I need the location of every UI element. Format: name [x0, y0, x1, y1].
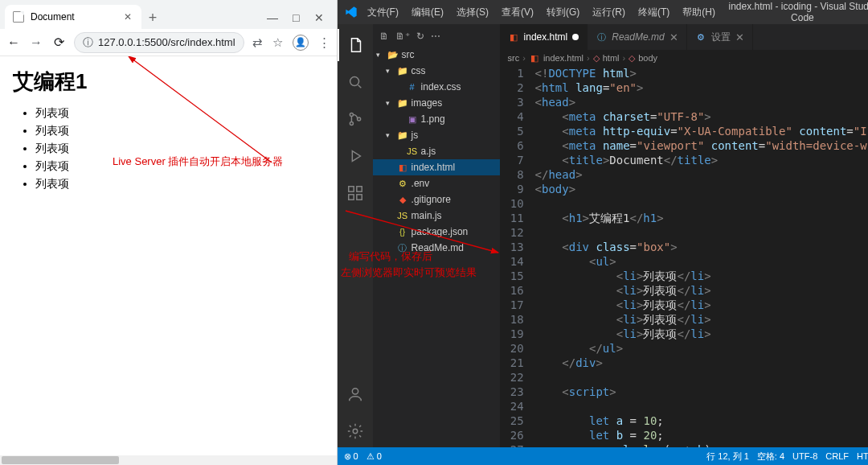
- run-debug-icon[interactable]: [338, 140, 373, 172]
- site-info-icon[interactable]: ⓘ: [83, 35, 93, 50]
- file-tree: ▾📂src▾📁css#index.css▾📁images▣1.png▾📁jsJS…: [373, 45, 500, 257]
- tree-file[interactable]: ◧index.html: [373, 159, 500, 175]
- tab-close-icon[interactable]: ✕: [122, 11, 133, 23]
- status-eol[interactable]: CRLF: [825, 451, 849, 461]
- user-icon[interactable]: 👤: [293, 35, 309, 51]
- breadcrumb-item[interactable]: index.html: [543, 53, 583, 63]
- bookmark-icon[interactable]: ☆: [272, 35, 283, 50]
- menu-terminal[interactable]: 终端(T): [633, 2, 675, 23]
- editor-area: ◧index.htmlⓘReadMe.md✕⚙设置✕ src › ◧ index…: [500, 24, 868, 447]
- list-item: 列表项: [35, 104, 324, 121]
- tree-file[interactable]: ⚙.env: [373, 175, 500, 191]
- status-errors[interactable]: ⊗ 0: [344, 451, 358, 462]
- menu-view[interactable]: 查看(V): [496, 2, 539, 23]
- back-button[interactable]: ←: [6, 35, 21, 50]
- modified-dot-icon: [572, 34, 579, 40]
- search-icon[interactable]: [338, 66, 373, 98]
- status-encoding[interactable]: UTF-8: [792, 451, 817, 461]
- address-bar[interactable]: ⓘ 127.0.0.1:5500/src/index.html: [74, 32, 244, 53]
- menu-run[interactable]: 运行(R): [587, 2, 631, 23]
- tree-file[interactable]: #index.css: [373, 79, 500, 95]
- vscode-title: index.html - icoding - Visual Studio Cod…: [724, 1, 868, 23]
- tab-close-icon[interactable]: ✕: [735, 31, 744, 43]
- tag-icon: ◇: [593, 53, 600, 64]
- menu-select[interactable]: 选择(S): [451, 2, 494, 23]
- menu-edit[interactable]: 编辑(E): [406, 2, 449, 23]
- line-gutter: 1234567891011121314151617181920212223242…: [500, 66, 535, 447]
- explorer-icon[interactable]: [338, 29, 373, 61]
- svg-point-2: [350, 113, 353, 116]
- page-list: 列表项 列表项 列表项 列表项 列表项: [13, 104, 324, 192]
- editor-tabs: ◧index.htmlⓘReadMe.md✕⚙设置✕: [500, 24, 868, 50]
- window-close-button[interactable]: ✕: [314, 11, 324, 24]
- window-max-button[interactable]: □: [293, 11, 299, 24]
- source-control-icon[interactable]: [338, 103, 373, 135]
- status-language[interactable]: HTML: [857, 451, 868, 461]
- browser-menu-icon[interactable]: ⋮: [318, 35, 330, 50]
- sidebar-explorer: 🗎 🗎⁺ ↻ ⋯ ▾📂src▾📁css#index.css▾📁images▣1.…: [373, 24, 500, 447]
- tab-title: Document: [31, 11, 75, 23]
- code-editor[interactable]: 1234567891011121314151617181920212223242…: [500, 66, 868, 447]
- svg-rect-5: [348, 187, 353, 191]
- svg-rect-8: [356, 195, 361, 200]
- tree-file[interactable]: {}package.json: [373, 224, 500, 240]
- breadcrumb[interactable]: src › ◧ index.html › ◇ html › ◇ body: [500, 50, 868, 66]
- url-text: 127.0.0.1:5500/src/index.html: [98, 36, 235, 48]
- tree-folder[interactable]: ▾📁css: [373, 63, 500, 79]
- browser-scrollbar[interactable]: [0, 455, 337, 465]
- tree-folder[interactable]: ▾📂src: [373, 47, 500, 63]
- tree-file[interactable]: ▣1.png: [373, 111, 500, 127]
- html-icon: ◧: [529, 52, 540, 64]
- menu-bar: 文件(F) 编辑(E) 选择(S) 查看(V) 转到(G) 运行(R) 终端(T…: [362, 2, 721, 23]
- tab-close-icon[interactable]: ✕: [669, 31, 678, 43]
- window-controls: — □ ✕: [267, 11, 331, 29]
- page-content: 艾编程1 列表项 列表项 列表项 列表项 列表项 Live Server 插件自…: [0, 56, 337, 455]
- tree-file[interactable]: JSmain.js: [373, 208, 500, 224]
- menu-file[interactable]: 文件(F): [362, 2, 404, 23]
- reload-button[interactable]: ⟳: [51, 35, 66, 50]
- tree-file[interactable]: ◆.gitignore: [373, 191, 500, 208]
- svg-point-10: [353, 429, 358, 434]
- sidebar-action-icon[interactable]: ↻: [416, 31, 424, 42]
- window-min-button[interactable]: —: [267, 11, 278, 24]
- sidebar-action-icon[interactable]: ⋯: [431, 31, 440, 42]
- status-indent[interactable]: 空格: 4: [757, 451, 784, 463]
- annotation-code-2: 左侧浏览器即实时可预览结果: [341, 265, 477, 280]
- editor-tab[interactable]: ⓘReadMe.md✕: [588, 24, 686, 50]
- vscode-logo-icon: [344, 5, 358, 19]
- browser-tab[interactable]: Document ✕: [5, 5, 141, 29]
- activity-bar: [338, 24, 373, 447]
- status-warnings[interactable]: ⚠ 0: [366, 451, 382, 462]
- editor-tab[interactable]: ⚙设置✕: [687, 24, 753, 50]
- breadcrumb-item[interactable]: html: [603, 53, 620, 63]
- breadcrumb-item[interactable]: body: [638, 53, 657, 63]
- svg-rect-7: [348, 195, 353, 200]
- status-bar: ⊗ 0 ⚠ 0 行 12, 列 1 空格: 4 UTF-8 CRLF HTML: [338, 447, 868, 465]
- tree-folder[interactable]: ▾📁images: [373, 95, 500, 111]
- breadcrumb-item[interactable]: src: [508, 53, 520, 63]
- extensions-icon[interactable]: [338, 177, 373, 209]
- tree-file[interactable]: JSa.js: [373, 143, 500, 159]
- menu-help[interactable]: 帮助(H): [677, 2, 721, 23]
- vscode-titlebar: 文件(F) 编辑(E) 选择(S) 查看(V) 转到(G) 运行(R) 终端(T…: [338, 0, 868, 24]
- translate-icon[interactable]: ⇄: [252, 35, 263, 50]
- tag-icon: ◇: [628, 53, 635, 64]
- list-item: 列表项: [35, 175, 324, 192]
- menu-go[interactable]: 转到(G): [541, 2, 585, 23]
- status-position[interactable]: 行 12, 列 1: [706, 451, 749, 463]
- editor-tab[interactable]: ◧index.html: [500, 24, 588, 50]
- tree-folder[interactable]: ▾📁js: [373, 127, 500, 143]
- settings-gear-icon[interactable]: [338, 415, 373, 447]
- list-item: 列表项: [35, 121, 324, 139]
- sidebar-action-icon[interactable]: 🗎: [379, 31, 389, 42]
- account-icon[interactable]: [338, 378, 373, 410]
- svg-point-3: [350, 121, 353, 125]
- sidebar-action-icon[interactable]: 🗎⁺: [395, 31, 410, 42]
- code-content[interactable]: <!DOCTYPE html><html lang="en"><head> <m…: [535, 66, 868, 447]
- browser-titlebar: Document ✕ + — □ ✕: [0, 0, 337, 29]
- svg-rect-6: [356, 187, 361, 191]
- svg-point-9: [352, 389, 358, 394]
- new-tab-button[interactable]: +: [141, 6, 164, 29]
- document-icon: [13, 11, 24, 23]
- forward-button[interactable]: →: [29, 35, 43, 50]
